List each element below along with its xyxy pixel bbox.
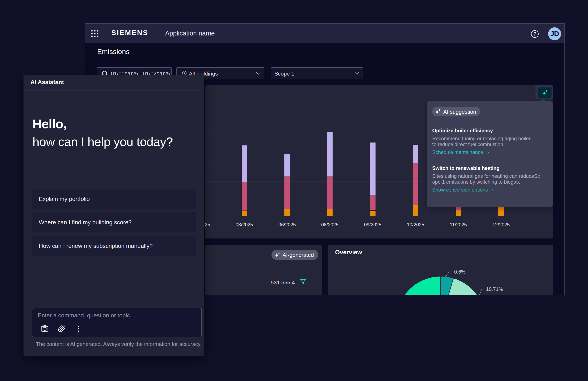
- svg-text:?: ?: [533, 31, 536, 37]
